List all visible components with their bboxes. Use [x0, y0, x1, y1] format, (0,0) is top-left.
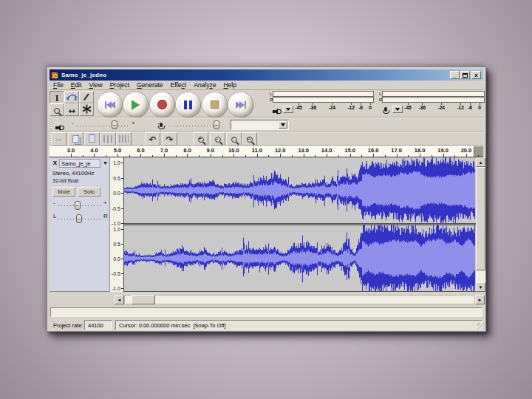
ruler-time-label: 20.0 [461, 147, 472, 154]
ruler-major-tick [350, 154, 351, 157]
track-close-button[interactable]: X [51, 159, 59, 167]
audacity-window: Samo_je_jedno _ x FileEditViewProjectGen… [47, 66, 486, 332]
waveform-display[interactable] [124, 157, 476, 292]
maximize-button[interactable] [460, 71, 470, 79]
ruler-major-tick [140, 154, 141, 157]
ruler-time-label: 13.0 [298, 147, 309, 154]
ruler-time-label: 8.0 [183, 147, 191, 154]
input-volume-thumb[interactable] [214, 120, 219, 129]
ruler-minor-tick [478, 155, 479, 157]
menu-analyze[interactable]: Analyze [190, 81, 219, 90]
pan-slider-right: R [103, 214, 108, 219]
track-menu-arrow-icon[interactable]: ▼ [103, 160, 108, 166]
scroll-up-icon[interactable]: ▲ [476, 157, 485, 167]
input-source-dropdown-icon[interactable] [279, 121, 287, 129]
input-volume-slider[interactable] [163, 126, 216, 126]
vertical-ruler-label: -0.5 [112, 271, 120, 276]
ruler-minor-tick [292, 155, 293, 157]
record-meter-channel-label: L [379, 92, 381, 97]
horizontal-scroll-trough[interactable] [124, 295, 475, 304]
vertical-ruler-tick [121, 178, 123, 179]
record-meter-dropdown-icon[interactable] [392, 106, 403, 113]
ruler-major-tick [327, 154, 327, 157]
redo-button[interactable]: ↷ [162, 132, 177, 146]
vertical-scroll-thumb[interactable] [476, 167, 485, 270]
ruler-major-tick [233, 154, 234, 157]
resize-grip[interactable] [477, 323, 484, 330]
mute-button[interactable]: Mute [52, 187, 75, 197]
main-toolbar: I↔ LR-45-36-24-12-60LR-45-36-24-12-60 [50, 90, 483, 117]
input-slider-min: - [157, 120, 160, 126]
ruler-minor-tick [245, 155, 246, 157]
copy-button[interactable] [68, 132, 83, 146]
track-name-menu[interactable]: Samo_je_je [59, 159, 100, 168]
vertical-ruler-tick [121, 223, 123, 224]
play-meter-channel-label: L [270, 92, 272, 97]
cursor-status: Cursor: 0:00.000000 min:sec [Snap-To Off… [115, 320, 482, 330]
menu-generate[interactable]: Generate [133, 81, 166, 90]
meter-scale-number: -36 [419, 105, 426, 110]
silence-icon [119, 132, 129, 146]
solo-button[interactable]: Solo [78, 187, 100, 197]
scroll-left-icon[interactable]: ◄ [115, 295, 124, 304]
play-meter-dropdown-icon[interactable] [283, 106, 293, 113]
ruler-major-tick [164, 154, 165, 157]
track-info-format: Stereo, 44100Hz [52, 170, 94, 177]
pan-slider-thumb[interactable] [76, 214, 82, 223]
meter-scale-number: -12 [457, 105, 463, 110]
minimize-button[interactable]: _ [450, 71, 460, 79]
scroll-right-icon[interactable]: ► [475, 295, 485, 304]
trim-button[interactable] [100, 132, 116, 146]
ruler-time-label: 17.0 [391, 147, 402, 154]
vertical-ruler-label: 0.5 [113, 242, 120, 247]
gain-slider-thumb[interactable] [75, 201, 81, 210]
ruler-minor-tick [268, 155, 269, 157]
output-volume-slider[interactable] [77, 126, 130, 126]
menu-view[interactable]: View [85, 81, 106, 90]
timeline-ruler[interactable]: 3.04.05.06.07.08.09.010.011.012.013.014.… [50, 146, 483, 157]
cut-button[interactable]: ✂ [51, 132, 66, 146]
project-rate-label: Project rate: [53, 322, 83, 329]
output-volume-thumb[interactable] [112, 120, 117, 129]
record-meter-bar[interactable] [382, 91, 485, 97]
vertical-ruler: 1.00.50.0-0.5-1.01.00.50.0-0.5-1.0 [110, 157, 124, 292]
audacity-app-icon [51, 72, 58, 79]
horizontal-scroll-thumb[interactable] [132, 295, 155, 304]
play-meter-bar[interactable] [273, 91, 374, 97]
zoom-out-button[interactable]: - [210, 132, 225, 146]
silence-button[interactable] [116, 132, 132, 146]
horizontal-scrollbar[interactable]: ◄ ► [50, 295, 483, 304]
ruler-major-tick [373, 154, 374, 157]
fit-project-icon: ▭ [247, 132, 253, 146]
toolbar-grip[interactable] [50, 120, 54, 129]
zoom-in-button[interactable]: + [193, 132, 208, 146]
vertical-ruler-label: -0.5 [112, 205, 120, 211]
track-control-panel: X Samo_je_je ▼ Stereo, 44100Hz 32-bit fl… [50, 157, 110, 292]
edit-toolbar: ✂↶↷+-↔▭ [50, 132, 483, 146]
fit-selection-button[interactable]: ↔ [226, 132, 242, 146]
undo-button[interactable]: ↶ [145, 132, 160, 146]
input-source-select[interactable] [231, 120, 289, 130]
track-info-depth: 32-bit float [52, 177, 78, 184]
menu-effect[interactable]: Effect [167, 81, 191, 90]
vertical-scrollbar[interactable]: ▲ ▼ [476, 157, 485, 292]
project-rate-value[interactable]: 44100 [84, 320, 112, 330]
vertical-ruler-label: 0.0 [113, 191, 120, 196]
play-meter-bar[interactable] [273, 97, 374, 103]
ruler-minor-tick [315, 155, 316, 157]
meter-scale-number: -6 [468, 105, 472, 110]
record-meter-bar[interactable] [382, 97, 485, 103]
output-volume-icon [55, 124, 64, 132]
scroll-down-icon[interactable]: ▼ [476, 282, 485, 292]
close-button[interactable]: x [471, 71, 481, 79]
waveform-left-channel[interactable] [124, 157, 475, 223]
menu-help[interactable]: Help [219, 81, 239, 90]
menu-edit[interactable]: Edit [67, 81, 86, 90]
ruler-major-tick [71, 154, 72, 157]
menu-project[interactable]: Project [106, 81, 133, 90]
fit-project-button[interactable]: ▭ [242, 132, 257, 146]
menu-file[interactable]: File [50, 81, 67, 90]
title-bar[interactable]: Samo_je_jedno _ x [50, 69, 483, 81]
waveform-right-channel[interactable] [124, 225, 475, 291]
paste-button[interactable] [84, 132, 100, 146]
